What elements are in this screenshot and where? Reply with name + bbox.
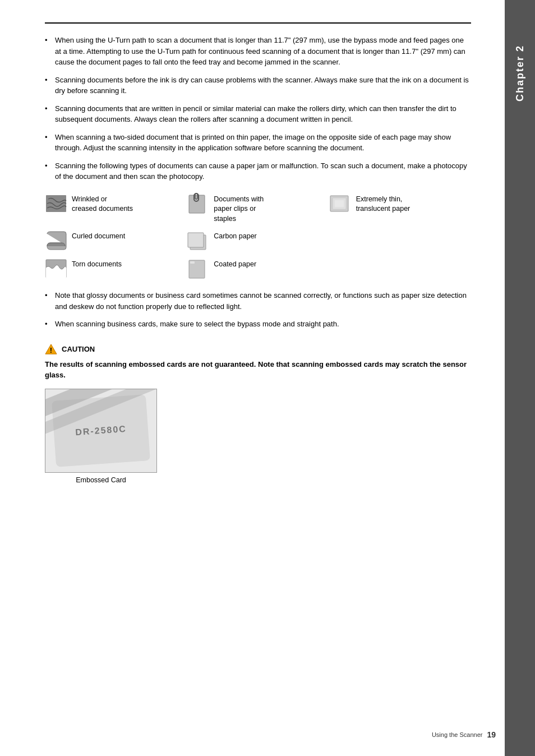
post-bullet-2: When scanning business cards, make sure …: [45, 319, 471, 330]
bullet-4: When scanning a two-sided document that …: [45, 132, 471, 154]
torn-label: Torn documents: [72, 257, 122, 270]
doc-item-curled: Curled document: [45, 229, 187, 252]
embossed-card-label: Embossed Card: [45, 476, 157, 484]
main-bullet-list: When using the U-Turn path to scan a doc…: [45, 35, 471, 182]
main-content: When using the U-Turn path to scan a doc…: [0, 0, 505, 756]
bullet-3: Scanning documents that are written in p…: [45, 103, 471, 125]
doc-item-coated: Coated paper: [187, 257, 329, 280]
caution-header: ! CAUTION: [45, 343, 471, 356]
bullet-2: Scanning documents before the ink is dry…: [45, 75, 471, 96]
footer-text: Using the Scanner: [432, 731, 483, 738]
carbon-label: Carbon paper: [214, 229, 256, 242]
svg-rect-8: [188, 233, 204, 247]
doc-item-paperclip: Documents withpaper clips orstaples: [187, 192, 329, 224]
coated-icon: [187, 257, 209, 280]
caution-text: The results of scanning embossed cards a…: [45, 359, 471, 381]
curled-icon: [45, 229, 67, 252]
paperclip-label: Documents withpaper clips orstaples: [214, 192, 264, 224]
top-rule: [45, 22, 471, 24]
doc-item-empty-1: [329, 229, 471, 252]
torn-icon: [45, 257, 67, 280]
svg-rect-0: [46, 195, 66, 212]
doc-item-carbon: Carbon paper: [187, 229, 329, 252]
chapter-label: Chapter 2: [514, 45, 526, 102]
chapter-sidebar: Chapter 2: [505, 0, 535, 756]
bullet-1: When using the U-Turn path to scan a doc…: [45, 35, 471, 68]
doc-item-wrinkled: Wrinkled orcreased documents: [45, 192, 187, 224]
footer: Using the Scanner 19: [432, 730, 496, 739]
svg-rect-6: [335, 200, 344, 207]
post-bullet-list: Note that glossy documents or business c…: [45, 290, 471, 330]
caution-section: ! CAUTION The results of scanning emboss…: [45, 343, 471, 484]
embossed-card-image: DR-2580C: [45, 389, 157, 473]
post-bullet-1: Note that glossy documents or business c…: [45, 290, 471, 312]
svg-rect-11: [190, 261, 195, 264]
doc-item-torn: Torn documents: [45, 257, 187, 280]
caution-triangle-icon: !: [45, 343, 57, 356]
curled-label: Curled document: [72, 229, 125, 242]
document-types-grid: Wrinkled orcreased documents Documents w…: [45, 192, 471, 280]
wrinkled-label: Wrinkled orcreased documents: [72, 192, 133, 214]
svg-text:!: !: [50, 346, 52, 354]
footer-page-number: 19: [487, 730, 496, 739]
bullet-5: Scanning the following types of document…: [45, 160, 471, 182]
doc-item-thin: Extremely thin,translucent paper: [329, 192, 471, 224]
doc-item-empty-2: [329, 257, 471, 280]
paperclip-icon: [187, 192, 209, 215]
caution-title: CAUTION: [62, 345, 95, 353]
thin-paper-icon: [329, 192, 352, 215]
coated-label: Coated paper: [214, 257, 256, 270]
svg-rect-1: [189, 195, 205, 213]
carbon-icon: [187, 229, 209, 252]
thin-label: Extremely thin,translucent paper: [356, 192, 411, 214]
page-container: When using the U-Turn path to scan a doc…: [0, 0, 535, 756]
wrinkled-icon: [45, 192, 67, 215]
